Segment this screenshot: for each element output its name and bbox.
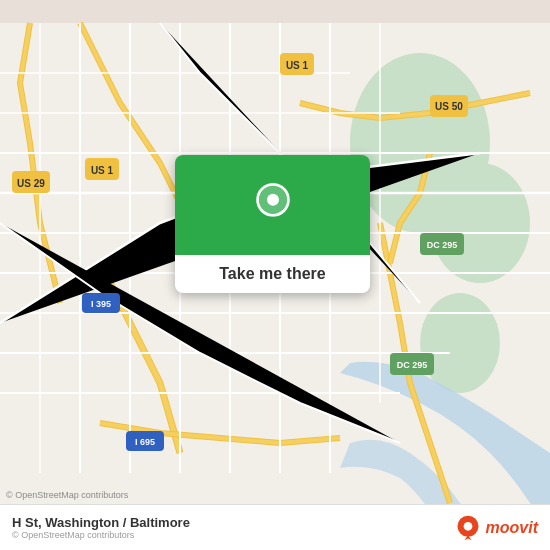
svg-text:US 50: US 50 — [435, 101, 463, 112]
take-me-button[interactable]: Take me there — [219, 265, 325, 282]
moovit-icon — [454, 514, 482, 542]
card-header — [175, 155, 370, 255]
svg-text:DC 295: DC 295 — [397, 360, 428, 370]
card-body[interactable]: Take me there — [175, 255, 370, 293]
info-bar: H St, Washington / Baltimore © OpenStree… — [0, 504, 550, 550]
svg-text:US 1: US 1 — [286, 60, 309, 71]
svg-text:I 695: I 695 — [135, 437, 155, 447]
svg-text:US 1: US 1 — [91, 165, 114, 176]
map-container: US 1 US 29 I 395 I 695 US 50 DC 295 DC 2… — [0, 0, 550, 550]
svg-point-41 — [463, 521, 472, 530]
svg-point-2 — [430, 163, 530, 283]
take-me-card[interactable]: Take me there — [175, 155, 370, 293]
attribution-label: © OpenStreetMap contributors — [12, 530, 190, 540]
moovit-label: moovit — [486, 519, 538, 537]
svg-point-39 — [267, 194, 279, 206]
map-attribution: © OpenStreetMap contributors — [6, 490, 128, 500]
location-info: H St, Washington / Baltimore © OpenStree… — [12, 515, 190, 540]
map-pin-icon — [249, 181, 297, 229]
location-label: H St, Washington / Baltimore — [12, 515, 190, 530]
svg-text:US 29: US 29 — [17, 178, 45, 189]
svg-text:I 395: I 395 — [91, 299, 111, 309]
moovit-logo: moovit — [454, 514, 538, 542]
svg-text:DC 295: DC 295 — [427, 240, 458, 250]
svg-point-3 — [420, 293, 500, 393]
